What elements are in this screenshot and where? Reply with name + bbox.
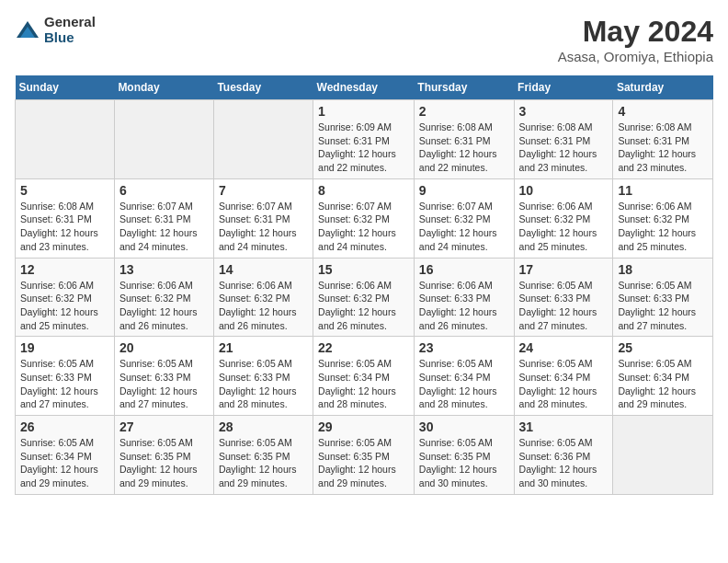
day-number: 28 — [219, 419, 308, 434]
day-number: 31 — [519, 419, 609, 434]
day-number: 21 — [219, 340, 308, 355]
day-info: Sunrise: 6:05 AM Sunset: 6:34 PM Dayligh… — [519, 357, 609, 411]
day-number: 2 — [419, 104, 509, 119]
calendar-cell: 4Sunrise: 6:08 AM Sunset: 6:31 PM Daylig… — [613, 100, 713, 179]
day-number: 10 — [519, 183, 609, 198]
day-info: Sunrise: 6:05 AM Sunset: 6:33 PM Dayligh… — [119, 357, 209, 411]
day-number: 18 — [618, 262, 708, 277]
week-row-4: 19Sunrise: 6:05 AM Sunset: 6:33 PM Dayli… — [16, 337, 713, 416]
day-number: 4 — [618, 104, 708, 119]
day-info: Sunrise: 6:08 AM Sunset: 6:31 PM Dayligh… — [519, 121, 609, 175]
day-number: 29 — [318, 419, 409, 434]
day-number: 7 — [219, 183, 308, 198]
day-info: Sunrise: 6:06 AM Sunset: 6:33 PM Dayligh… — [419, 279, 509, 333]
weekday-header-monday: Monday — [114, 75, 213, 100]
page-header: General Blue May 2024 Asasa, Oromiya, Et… — [15, 15, 713, 64]
calendar-cell: 18Sunrise: 6:05 AM Sunset: 6:33 PM Dayli… — [613, 258, 713, 337]
weekday-header-row: SundayMondayTuesdayWednesdayThursdayFrid… — [16, 75, 713, 100]
day-number: 27 — [119, 419, 209, 434]
calendar-cell: 23Sunrise: 6:05 AM Sunset: 6:34 PM Dayli… — [414, 337, 514, 416]
calendar-cell: 27Sunrise: 6:05 AM Sunset: 6:35 PM Dayli… — [114, 416, 213, 495]
calendar-cell: 26Sunrise: 6:05 AM Sunset: 6:34 PM Dayli… — [16, 416, 115, 495]
day-number: 13 — [119, 262, 209, 277]
day-number: 14 — [219, 262, 308, 277]
calendar-cell: 22Sunrise: 6:05 AM Sunset: 6:34 PM Dayli… — [313, 337, 415, 416]
day-info: Sunrise: 6:08 AM Sunset: 6:31 PM Dayligh… — [618, 121, 708, 175]
day-number: 26 — [20, 419, 109, 434]
calendar-cell: 6Sunrise: 6:07 AM Sunset: 6:31 PM Daylig… — [114, 178, 213, 258]
weekday-header-thursday: Thursday — [414, 75, 514, 100]
day-info: Sunrise: 6:05 AM Sunset: 6:33 PM Dayligh… — [20, 357, 109, 411]
week-row-1: 1Sunrise: 6:09 AM Sunset: 6:31 PM Daylig… — [16, 100, 713, 179]
day-number: 11 — [618, 183, 708, 198]
calendar-cell: 24Sunrise: 6:05 AM Sunset: 6:34 PM Dayli… — [514, 337, 613, 416]
calendar-cell: 20Sunrise: 6:05 AM Sunset: 6:33 PM Dayli… — [114, 337, 213, 416]
day-info: Sunrise: 6:06 AM Sunset: 6:32 PM Dayligh… — [20, 279, 109, 333]
calendar-cell — [16, 100, 115, 179]
calendar-cell: 28Sunrise: 6:05 AM Sunset: 6:35 PM Dayli… — [213, 416, 313, 495]
weekday-header-sunday: Sunday — [16, 75, 115, 100]
day-info: Sunrise: 6:05 AM Sunset: 6:33 PM Dayligh… — [618, 279, 708, 333]
weekday-header-tuesday: Tuesday — [213, 75, 313, 100]
calendar-cell: 7Sunrise: 6:07 AM Sunset: 6:31 PM Daylig… — [213, 178, 313, 258]
week-row-3: 12Sunrise: 6:06 AM Sunset: 6:32 PM Dayli… — [16, 258, 713, 337]
weekday-header-saturday: Saturday — [613, 75, 713, 100]
calendar-cell — [213, 100, 313, 179]
calendar-cell: 2Sunrise: 6:08 AM Sunset: 6:31 PM Daylig… — [414, 100, 514, 179]
calendar-title: May 2024 — [558, 15, 713, 49]
week-row-2: 5Sunrise: 6:08 AM Sunset: 6:31 PM Daylig… — [16, 178, 713, 258]
day-number: 30 — [419, 419, 509, 434]
day-info: Sunrise: 6:05 AM Sunset: 6:33 PM Dayligh… — [519, 279, 609, 333]
day-info: Sunrise: 6:05 AM Sunset: 6:36 PM Dayligh… — [519, 436, 609, 490]
calendar-cell: 17Sunrise: 6:05 AM Sunset: 6:33 PM Dayli… — [514, 258, 613, 337]
calendar-cell — [613, 416, 713, 495]
calendar-cell: 9Sunrise: 6:07 AM Sunset: 6:32 PM Daylig… — [414, 178, 514, 258]
calendar-cell: 5Sunrise: 6:08 AM Sunset: 6:31 PM Daylig… — [16, 178, 115, 258]
day-info: Sunrise: 6:06 AM Sunset: 6:32 PM Dayligh… — [318, 279, 409, 333]
day-number: 24 — [519, 340, 609, 355]
calendar-cell: 8Sunrise: 6:07 AM Sunset: 6:32 PM Daylig… — [313, 178, 415, 258]
day-number: 6 — [119, 183, 209, 198]
day-number: 17 — [519, 262, 609, 277]
logo-general: General — [44, 15, 96, 30]
logo: General Blue — [15, 15, 96, 45]
day-info: Sunrise: 6:06 AM Sunset: 6:32 PM Dayligh… — [219, 279, 308, 333]
logo-icon — [15, 17, 40, 43]
day-info: Sunrise: 6:05 AM Sunset: 6:33 PM Dayligh… — [219, 357, 308, 411]
calendar-cell: 31Sunrise: 6:05 AM Sunset: 6:36 PM Dayli… — [514, 416, 613, 495]
day-info: Sunrise: 6:07 AM Sunset: 6:32 PM Dayligh… — [318, 200, 409, 254]
day-number: 3 — [519, 104, 609, 119]
calendar-cell: 11Sunrise: 6:06 AM Sunset: 6:32 PM Dayli… — [613, 178, 713, 258]
logo-blue: Blue — [44, 30, 96, 46]
day-info: Sunrise: 6:05 AM Sunset: 6:35 PM Dayligh… — [219, 436, 308, 490]
week-row-5: 26Sunrise: 6:05 AM Sunset: 6:34 PM Dayli… — [16, 416, 713, 495]
calendar-cell: 15Sunrise: 6:06 AM Sunset: 6:32 PM Dayli… — [313, 258, 415, 337]
calendar-cell: 3Sunrise: 6:08 AM Sunset: 6:31 PM Daylig… — [514, 100, 613, 179]
day-info: Sunrise: 6:06 AM Sunset: 6:32 PM Dayligh… — [618, 200, 708, 254]
day-info: Sunrise: 6:07 AM Sunset: 6:31 PM Dayligh… — [219, 200, 308, 254]
calendar-cell: 21Sunrise: 6:05 AM Sunset: 6:33 PM Dayli… — [213, 337, 313, 416]
logo-text: General Blue — [44, 15, 96, 45]
day-number: 9 — [419, 183, 509, 198]
day-number: 23 — [419, 340, 509, 355]
day-number: 20 — [119, 340, 209, 355]
day-info: Sunrise: 6:05 AM Sunset: 6:35 PM Dayligh… — [419, 436, 509, 490]
day-info: Sunrise: 6:06 AM Sunset: 6:32 PM Dayligh… — [519, 200, 609, 254]
calendar-cell: 16Sunrise: 6:06 AM Sunset: 6:33 PM Dayli… — [414, 258, 514, 337]
calendar-cell: 13Sunrise: 6:06 AM Sunset: 6:32 PM Dayli… — [114, 258, 213, 337]
day-info: Sunrise: 6:06 AM Sunset: 6:32 PM Dayligh… — [119, 279, 209, 333]
calendar-table: SundayMondayTuesdayWednesdayThursdayFrid… — [15, 75, 713, 495]
day-info: Sunrise: 6:05 AM Sunset: 6:34 PM Dayligh… — [618, 357, 708, 411]
calendar-cell: 25Sunrise: 6:05 AM Sunset: 6:34 PM Dayli… — [613, 337, 713, 416]
weekday-header-wednesday: Wednesday — [313, 75, 415, 100]
day-number: 19 — [20, 340, 109, 355]
calendar-cell: 12Sunrise: 6:06 AM Sunset: 6:32 PM Dayli… — [16, 258, 115, 337]
day-number: 16 — [419, 262, 509, 277]
day-number: 25 — [618, 340, 708, 355]
day-info: Sunrise: 6:07 AM Sunset: 6:31 PM Dayligh… — [119, 200, 209, 254]
day-info: Sunrise: 6:08 AM Sunset: 6:31 PM Dayligh… — [419, 121, 509, 175]
day-number: 5 — [20, 183, 109, 198]
day-info: Sunrise: 6:07 AM Sunset: 6:32 PM Dayligh… — [419, 200, 509, 254]
calendar-cell: 1Sunrise: 6:09 AM Sunset: 6:31 PM Daylig… — [313, 100, 415, 179]
day-number: 22 — [318, 340, 409, 355]
